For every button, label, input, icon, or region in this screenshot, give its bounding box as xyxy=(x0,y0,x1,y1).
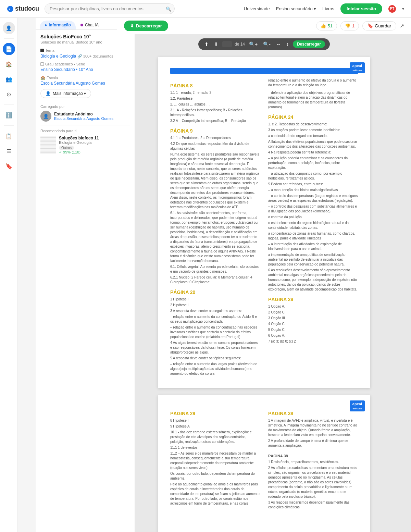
nav-universidade[interactable]: Universidade xyxy=(244,6,270,11)
recommended-subject: Biologia e Geologia xyxy=(59,140,130,145)
tema-count: 🔗 300+ documentos xyxy=(77,54,113,58)
s5-item-3: 4 Opção C. xyxy=(268,322,358,326)
recommended-info: Soluções biofoco 11 Biologia e Geologia … xyxy=(59,136,130,154)
s1-item-1: 1.2. Parêntese. xyxy=(170,96,260,101)
sidebar-item-document[interactable]: 📄 xyxy=(3,43,15,55)
nav-livros[interactable]: Livros xyxy=(322,6,334,11)
s4-item-2: a continuidade do organismo tornando. xyxy=(268,134,358,138)
s5-item-2: 3 Opção III xyxy=(268,316,358,321)
s5-item-4: 5 Opção C. xyxy=(268,327,358,332)
login-button[interactable]: Iniciar sessão xyxy=(340,3,382,14)
search-input[interactable] xyxy=(45,3,175,14)
more-info-button[interactable]: 👤 Mais informação ▾ xyxy=(40,89,91,98)
s4-item-13: a concentração de zonas áreas humanas, c… xyxy=(268,231,358,241)
lang-chevron[interactable]: ▾ xyxy=(402,7,404,11)
s4-item-0: 1. e 2. Respostas de desenvolvimento: xyxy=(268,122,358,127)
s5-item-1: 2 Opção C. xyxy=(268,310,358,315)
vote-down-button[interactable]: 👎 1 xyxy=(340,21,359,30)
pdf-controls: ⬆ ⬇ 1 de 14 🔍+ 🔍- ↔ ↕ Descarregar xyxy=(198,38,330,50)
s3-item-7: – relação entre o aumento das largas pra… xyxy=(170,362,260,376)
thumb-lines xyxy=(40,136,56,154)
s3-item-1: 2 Hipótese I xyxy=(170,303,260,308)
p2-s2-3: 2 As células procariodicas apresentam um… xyxy=(268,466,358,499)
s5-item-5: 6 Opção A. xyxy=(268,333,358,338)
p2-s2-0: 1 A imagem de AVFD é ampliada, virtual, … xyxy=(268,418,358,437)
s2-item-1: 4.2 De que modo estas respostas têm da d… xyxy=(170,141,260,151)
thumbs-up-icon: 👍 xyxy=(321,23,326,28)
logo-text: studocu xyxy=(15,5,39,12)
recommended-card[interactable]: Soluções biofoco 11 Biologia e Geologia … xyxy=(40,136,130,154)
recommended-name: Soluções biofoco 11 xyxy=(59,136,130,140)
p2-section1-title: PÁGINA 29 xyxy=(170,411,260,416)
navbar-links: Universidade Ensino secundário ▾ Livros … xyxy=(244,3,404,14)
uploader-school[interactable]: Escola Secundária Augusto Gomes xyxy=(54,116,113,121)
save-button[interactable]: 🔖 Guardar xyxy=(362,21,396,30)
toolbar-left: ⬇ Descarregar xyxy=(124,21,168,31)
pdf-fit-width-button[interactable]: ↔ xyxy=(275,41,282,48)
svg-text:s: s xyxy=(9,8,10,11)
tema-section: Tema Biologia e Geologia 🔗 300+ document… xyxy=(40,48,130,59)
pdf-controls-wrapper: ⬆ ⬇ 1 de 14 🔍+ 🔍- ↔ ↕ Descarregar xyxy=(117,34,411,50)
uploader-avatar: 👤 xyxy=(40,111,51,122)
sidebar-item-home[interactable]: 🏠 xyxy=(3,58,15,70)
s4-item-11: o controlo da poluição xyxy=(268,215,358,220)
pdf-page-input[interactable]: 1 xyxy=(222,41,232,47)
s2-item-4: 6.1. Célula vegetal: Apresenta parede ce… xyxy=(170,264,260,274)
bookmark-icon: 🔖 xyxy=(368,23,373,28)
sidebar-item-list[interactable]: ☰ xyxy=(3,145,15,157)
sidebar-item-docs[interactable]: 📋 xyxy=(3,130,15,142)
more-info-icon: 👤 xyxy=(46,91,51,96)
section5-title: PÁGINA 28 xyxy=(268,297,358,302)
recommended-rating: ✓ 99% (110) xyxy=(59,150,130,154)
pdf-next-button[interactable]: ⬇ xyxy=(213,41,220,48)
sidebar-item-info[interactable]: ℹ️ xyxy=(3,109,15,121)
sidebar-divider-2 xyxy=(4,104,14,105)
info-content: Soluções BioFoco 10° Soluções do manual … xyxy=(36,30,135,159)
escola-value[interactable]: Escola Secundária Augusto Gomes xyxy=(40,81,130,86)
toolbar-right: 👍 51 👎 1 🔖 Guardar ↗ xyxy=(316,21,404,30)
lang-badge[interactable]: PT xyxy=(388,5,396,13)
sidebar-item-bookmark[interactable]: 🔖 xyxy=(3,160,15,172)
save-label: Guardar xyxy=(375,23,391,28)
vote-up-button[interactable]: 👍 51 xyxy=(316,21,337,30)
s4-item-16: 6 As resoluções desenvolvimento são apro… xyxy=(268,268,358,292)
p2-s1-1: 9 Hipótese A xyxy=(170,424,260,429)
pdf-zoom-in-button[interactable]: 🔍+ xyxy=(248,41,259,48)
toolbar-download-button[interactable]: ⬇ Descarregar xyxy=(124,21,168,31)
recommended-section: Recomendado para ti Soluções biofoco 11 … xyxy=(40,125,130,154)
s4-item-12: o estabelecimento do regime hidrológico … xyxy=(268,221,358,230)
s4-item-3: A flutuação das efetivas populacionais q… xyxy=(268,139,358,149)
nav-ensino[interactable]: Ensino secundário ▾ xyxy=(276,6,316,11)
pdf-download-button[interactable]: Descarregar xyxy=(293,40,325,48)
pdf-zoom-out-button[interactable]: 🔍- xyxy=(262,41,272,48)
p2-s1-0: 8 Hipótese I xyxy=(170,418,260,423)
uploader-name: Estudante Anónimo xyxy=(54,112,113,116)
p2-s1-3: 11.1 1 de eventos xyxy=(170,445,260,450)
grau-value[interactable]: Ensino Secundário • 10° Ano xyxy=(40,67,130,72)
pdf-rotate-button[interactable]: ↕ xyxy=(285,41,290,48)
s3-item-5: 4 As algas terrestres são seres comuns p… xyxy=(170,341,260,355)
share-button[interactable]: ↗ xyxy=(400,23,404,29)
s3-item-0: 1 Hipótese I xyxy=(170,297,260,302)
tab-chat-ia[interactable]: Chat IA xyxy=(76,21,103,29)
escola-section: 🏫 Escola Escola Secundária Augusto Gomes xyxy=(40,75,130,86)
tab-informacao[interactable]: ● Informação xyxy=(40,21,76,29)
pdf-prev-button[interactable]: ⬆ xyxy=(203,41,210,48)
logo[interactable]: s studocu xyxy=(7,5,39,12)
s2-item-0: 4.1 1 = Produtores; 2 = Decompositores xyxy=(170,136,260,140)
p2-s2-2: 1 Resistência, emparelhamentos, resistên… xyxy=(268,460,358,465)
user-avatar[interactable]: 👤 xyxy=(3,22,15,34)
right-intro: relação entre o aumento do efetivo da co… xyxy=(268,78,358,88)
grau-section: Grau académico • Série Ensino Secundário… xyxy=(40,62,130,72)
s4-item-1: 3 As reações podem levar somente indefin… xyxy=(268,128,358,133)
sidebar-item-circle[interactable]: ⊙ xyxy=(3,88,15,100)
s5-item-6: 7 (a) 3; (b) 0; (c) 2 xyxy=(268,339,358,344)
grau-icon xyxy=(40,62,44,66)
more-info-label: Mais informação ▾ xyxy=(53,91,86,96)
uploader-label: Carregado por xyxy=(40,104,130,109)
tema-link[interactable]: Biologia e Geologia xyxy=(40,54,76,59)
search-container: 🔍 xyxy=(45,3,175,14)
sidebar-item-network[interactable]: 👥 xyxy=(3,73,15,85)
right-note: – defende a aplicação dos objetivos prog… xyxy=(268,90,358,110)
s5-item-0: 1 Opção A. xyxy=(268,304,358,309)
